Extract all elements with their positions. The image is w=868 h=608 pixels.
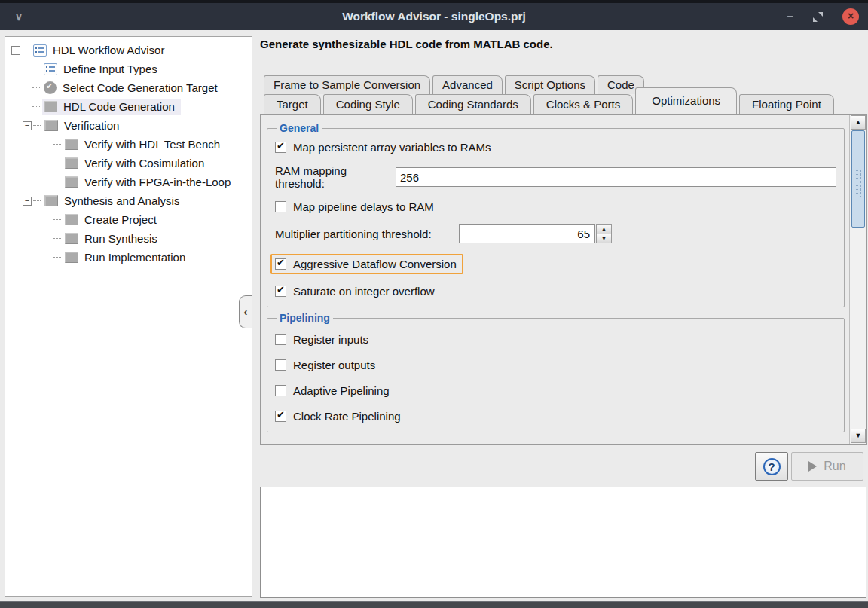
vertical-scrollbar[interactable]: ▲ ▼ <box>849 115 866 444</box>
collapse-minus-icon[interactable]: − <box>11 46 20 55</box>
passed-check-icon: ✔ <box>44 81 57 94</box>
scroll-thumb[interactable] <box>851 130 865 228</box>
tree-item-label: HDL Workflow Advisor <box>53 44 164 57</box>
tab-target[interactable]: Target <box>264 94 321 114</box>
tree-item-label: Create Project <box>84 213 157 226</box>
checkbox-row-map-pipeline-delays: Map pipeline delays to RAM <box>275 200 836 213</box>
keyboard-focus-ring: ✔ Aggressive Dataflow Conversion <box>270 254 463 274</box>
task-square-icon <box>65 139 78 150</box>
tree-connector <box>53 144 61 145</box>
checkbox-map-persistent-rams[interactable]: ✔ <box>275 142 286 153</box>
tree-connector <box>53 182 61 182</box>
window-title: Workflow Advisor - singleOps.prj <box>0 3 868 30</box>
tree-item-verify-with-cosimulation[interactable]: Verify with Cosimulation <box>5 154 252 173</box>
titlebar: ∨ Workflow Advisor - singleOps.prj − × <box>0 0 868 30</box>
task-square-icon <box>65 233 78 244</box>
scroll-down-icon[interactable]: ▼ <box>851 429 866 443</box>
field-row-multiplier-partitioning-threshold: Multiplier partitioning threshold: ▲ ▼ <box>275 224 836 243</box>
collapse-minus-icon[interactable]: − <box>23 197 32 206</box>
task-square-icon <box>65 252 78 263</box>
general-group-legend: General <box>277 122 322 134</box>
tree-item-synthesis-and-analysis[interactable]: − Synthesis and Analysis <box>5 191 252 210</box>
close-icon[interactable]: × <box>842 8 859 25</box>
input-ram-mapping-threshold[interactable] <box>396 167 836 187</box>
spinner-buttons: ▲ ▼ <box>596 224 612 243</box>
tree-item-define-input-types[interactable]: Define Input Types <box>5 60 252 78</box>
window-controls: − × <box>787 3 859 30</box>
run-button[interactable]: Run <box>791 452 863 481</box>
restore-icon[interactable] <box>813 12 823 22</box>
tree-item-label: Run Implementation <box>84 251 185 264</box>
field-label: Multiplier partitioning threshold: <box>275 228 459 240</box>
checkbox-adaptive-pipelining[interactable] <box>275 385 286 396</box>
tree-item-verify-with-hdl-test-bench[interactable]: Verify with HDL Test Bench <box>5 135 252 154</box>
spin-up-icon[interactable]: ▲ <box>596 224 612 234</box>
checkbox-label: Aggressive Dataflow Conversion <box>293 258 457 270</box>
help-button[interactable]: ? <box>755 452 788 481</box>
tree-item-label: Define Input Types <box>63 63 157 75</box>
task-square-icon <box>44 195 58 206</box>
bottom-window-edge <box>0 601 868 608</box>
tree-connector <box>32 69 40 69</box>
checkbox-register-outputs[interactable] <box>275 359 286 371</box>
tree-item-select-code-generation-target[interactable]: ✔ Select Code Generation Target <box>5 78 252 97</box>
tree-connector <box>33 125 41 126</box>
checkbox-saturate-on-integer-overflow[interactable]: ✔ <box>275 286 286 297</box>
tree-connector <box>53 163 61 163</box>
spin-down-icon[interactable]: ▼ <box>596 234 612 244</box>
tree-item-create-project[interactable]: Create Project <box>5 210 252 229</box>
tree-item-label: HDL Code Generation <box>63 100 175 113</box>
tree-item-label: Verification <box>64 119 119 132</box>
tree-item-verify-with-fpga-in-the-loop[interactable]: Verify with FPGA-in-the-Loop <box>5 173 252 191</box>
pipelining-group: Pipelining Register inputs Register outp… <box>267 312 845 432</box>
main-content: − HDL Workflow Advisor Define Input Type… <box>0 30 868 601</box>
checkbox-row-map-persistent-rams: ✔ Map persistent array variables to RAMs <box>275 141 836 154</box>
tab-row-1: Frame to Sample Conversion Advanced Scri… <box>264 75 868 94</box>
task-square-icon <box>44 120 58 131</box>
task-square-icon <box>44 101 57 112</box>
checkbox-label: Clock Rate Pipelining <box>293 410 401 423</box>
task-list-icon <box>33 44 47 57</box>
tree-item-verification[interactable]: − Verification <box>5 116 252 135</box>
tab-coding-standards[interactable]: Coding Standards <box>415 94 531 114</box>
general-group: General ✔ Map persistent array variables… <box>267 122 845 307</box>
help-question-icon: ? <box>763 458 781 475</box>
checkbox-map-pipeline-delays[interactable] <box>275 201 286 212</box>
tree-item-run-implementation[interactable]: Run Implementation <box>5 248 252 267</box>
collapse-minus-icon[interactable]: − <box>23 121 32 130</box>
task-square-icon <box>65 214 78 225</box>
pipelining-group-legend: Pipelining <box>277 312 333 324</box>
input-multiplier-partitioning-threshold[interactable] <box>459 224 595 243</box>
tab-coding-style[interactable]: Coding Style <box>323 94 413 114</box>
tree-connector <box>32 87 40 88</box>
optimizations-tab-panel: General ✔ Map persistent array variables… <box>260 114 867 445</box>
step-description: Generate synthesizable HDL code from MAT… <box>260 38 553 50</box>
tab-floating-point[interactable]: Floating Point <box>739 94 834 114</box>
tab-optimizations[interactable]: Optimizations <box>635 87 737 114</box>
tab-clocks-and-ports[interactable]: Clocks & Ports <box>533 94 633 114</box>
field-label: RAM mapping threshold: <box>275 164 396 190</box>
checkbox-aggressive-dataflow-conversion[interactable]: ✔ <box>275 258 286 270</box>
message-log-area[interactable] <box>260 487 866 598</box>
field-row-ram-mapping-threshold: RAM mapping threshold: <box>275 164 836 190</box>
checkbox-label: Saturate on integer overflow <box>293 285 435 298</box>
tree-connector <box>53 219 61 220</box>
task-square-icon <box>65 157 78 169</box>
tab-advanced[interactable]: Advanced <box>432 75 503 94</box>
tree-item-hdl-code-generation[interactable]: HDL Code Generation <box>5 97 252 116</box>
tab-script-options[interactable]: Script Options <box>505 75 595 94</box>
checkbox-clock-rate-pipelining[interactable]: ✔ <box>275 411 286 422</box>
minimize-icon[interactable]: − <box>787 12 793 21</box>
tree-item-label: Verify with FPGA-in-the-Loop <box>84 176 231 188</box>
panel-collapse-handle[interactable]: ‹ <box>239 295 252 328</box>
checkbox-label: Map pipeline delays to RAM <box>293 200 434 213</box>
tree-item-run-synthesis[interactable]: Run Synthesis <box>5 229 252 248</box>
run-button-label: Run <box>824 460 845 473</box>
scroll-up-icon[interactable]: ▲ <box>851 115 866 130</box>
tree-item-label: Select Code Generation Target <box>63 81 218 94</box>
checkbox-row-aggressive-dataflow: ✔ Aggressive Dataflow Conversion <box>275 254 836 274</box>
tree-item-hdl-workflow-advisor[interactable]: − HDL Workflow Advisor <box>5 41 252 60</box>
tab-frame-to-sample-conversion[interactable]: Frame to Sample Conversion <box>264 75 430 94</box>
tree-item-label: Run Synthesis <box>84 232 157 245</box>
checkbox-register-inputs[interactable] <box>275 334 286 345</box>
